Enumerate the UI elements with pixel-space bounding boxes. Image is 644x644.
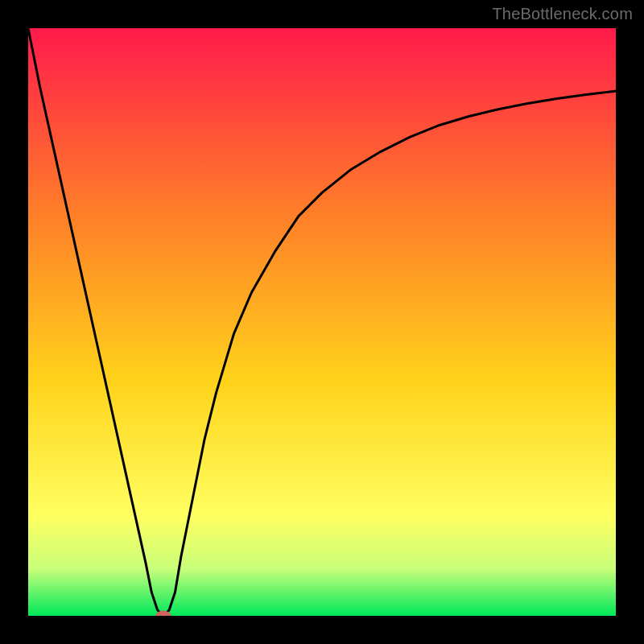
plot-area [28,28,616,616]
chart-container: TheBottleneck.com [0,0,644,644]
attribution-text: TheBottleneck.com [492,5,633,23]
chart-svg [28,28,616,616]
gradient-background [28,28,616,616]
